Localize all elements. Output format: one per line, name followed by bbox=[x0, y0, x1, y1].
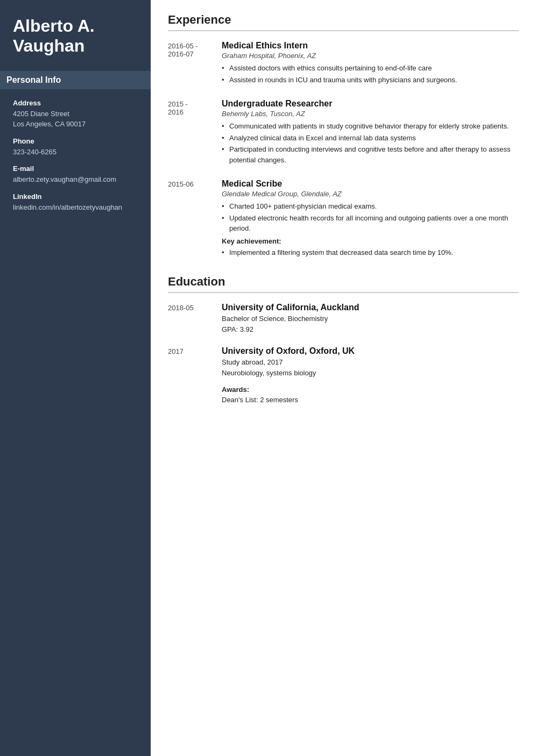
exp-bullet-1-2: Assisted in rounds in ICU and trauma uni… bbox=[222, 75, 519, 85]
email-value: alberto.zety.vaughan@gmail.com bbox=[13, 174, 138, 185]
experience-section-title: Experience bbox=[168, 13, 519, 31]
exp-bullet-2-3: Participated in conducting interviews an… bbox=[222, 144, 519, 165]
edu-title-1: University of California, Auckland bbox=[222, 303, 519, 312]
address-label: Address bbox=[13, 99, 138, 107]
experience-entry-1: 2016-05 -2016-07 Medical Ethics Intern G… bbox=[168, 41, 519, 87]
experience-entry-2: 2015 -2016 Undergraduate Researcher Behe… bbox=[168, 99, 519, 167]
address-line2: Los Angeles, CA 90017 bbox=[13, 120, 86, 128]
key-achievement-bullets: Implemented a filtering system that decr… bbox=[222, 247, 519, 258]
edu-detail-2-2: Neurobiology, systems biology bbox=[222, 368, 519, 379]
linkedin-value: linkedin.com/in/albertozetyvaughan bbox=[13, 202, 138, 213]
email-label: E-mail bbox=[13, 165, 138, 173]
exp-bullet-3-1: Charted 100+ patient-physician medical e… bbox=[222, 201, 519, 212]
awards-label: Awards: bbox=[222, 386, 519, 394]
education-section-title: Education bbox=[168, 275, 519, 293]
edu-detail-1-1: Bachelor of Science, Biochemistry bbox=[222, 313, 519, 324]
personal-info-section-title: Personal Info bbox=[0, 71, 151, 89]
name-line1: Alberto A. bbox=[13, 16, 95, 35]
exp-date-3: 2015-06 bbox=[168, 179, 222, 260]
exp-date-2: 2015 -2016 bbox=[168, 99, 222, 167]
phone-label: Phone bbox=[13, 137, 138, 145]
edu-content-2: University of Oxford, Oxford, UK Study a… bbox=[222, 346, 519, 405]
candidate-name: Alberto A. Vaughan bbox=[13, 16, 138, 56]
key-achievement-bullet-1: Implemented a filtering system that decr… bbox=[222, 247, 519, 258]
edu-detail-2-1: Study abroad, 2017 bbox=[222, 357, 519, 368]
edu-title-2: University of Oxford, Oxford, UK bbox=[222, 346, 519, 356]
exp-title-3: Medical Scribe bbox=[222, 179, 519, 189]
education-section: Education 2018-05 University of Californ… bbox=[168, 275, 519, 405]
exp-bullets-2: Communicated with patients in study cogn… bbox=[222, 121, 519, 165]
phone-value: 323-240-6265 bbox=[13, 147, 138, 158]
education-entry-2: 2017 University of Oxford, Oxford, UK St… bbox=[168, 346, 519, 405]
exp-subtitle-2: Behemly Labs, Tuscon, AZ bbox=[222, 110, 519, 118]
exp-subtitle-1: Graham Hospital, Phoenix, AZ bbox=[222, 52, 519, 60]
address-line1: 4205 Diane Street bbox=[13, 110, 69, 118]
exp-title-2: Undergraduate Researcher bbox=[222, 99, 519, 109]
experience-section: Experience 2016-05 -2016-07 Medical Ethi… bbox=[168, 13, 519, 260]
exp-bullet-3-2: Updated electronic health records for al… bbox=[222, 213, 519, 234]
main-content: Experience 2016-05 -2016-07 Medical Ethi… bbox=[151, 0, 536, 756]
name-line2: Vaughan bbox=[13, 36, 84, 55]
exp-bullet-2-1: Communicated with patients in study cogn… bbox=[222, 121, 519, 132]
address-value: 4205 Diane Street Los Angeles, CA 90017 bbox=[13, 109, 138, 130]
key-achievement-label: Key achievement: bbox=[222, 237, 519, 245]
education-entry-1: 2018-05 University of California, Auckla… bbox=[168, 303, 519, 334]
exp-subtitle-3: Glendale Medical Group, Glendale, AZ bbox=[222, 190, 519, 198]
exp-bullet-1-1: Assisted doctors with ethics consults pe… bbox=[222, 63, 519, 74]
exp-bullet-2-2: Analyzed clinical data in Excel and inte… bbox=[222, 133, 519, 144]
awards-value: Dean's List: 2 semesters bbox=[222, 395, 519, 405]
edu-date-2: 2017 bbox=[168, 346, 222, 405]
exp-bullets-1: Assisted doctors with ethics consults pe… bbox=[222, 63, 519, 85]
exp-title-1: Medical Ethics Intern bbox=[222, 41, 519, 51]
linkedin-label: LinkedIn bbox=[13, 192, 138, 201]
exp-bullets-3: Charted 100+ patient-physician medical e… bbox=[222, 201, 519, 234]
exp-content-2: Undergraduate Researcher Behemly Labs, T… bbox=[222, 99, 519, 167]
experience-entry-3: 2015-06 Medical Scribe Glendale Medical … bbox=[168, 179, 519, 260]
edu-content-1: University of California, Auckland Bache… bbox=[222, 303, 519, 334]
edu-detail-1-2: GPA: 3.92 bbox=[222, 324, 519, 335]
exp-date-1: 2016-05 -2016-07 bbox=[168, 41, 222, 87]
exp-content-3: Medical Scribe Glendale Medical Group, G… bbox=[222, 179, 519, 260]
exp-content-1: Medical Ethics Intern Graham Hospital, P… bbox=[222, 41, 519, 87]
edu-date-1: 2018-05 bbox=[168, 303, 222, 334]
sidebar: Alberto A. Vaughan Personal Info Address… bbox=[0, 0, 151, 756]
